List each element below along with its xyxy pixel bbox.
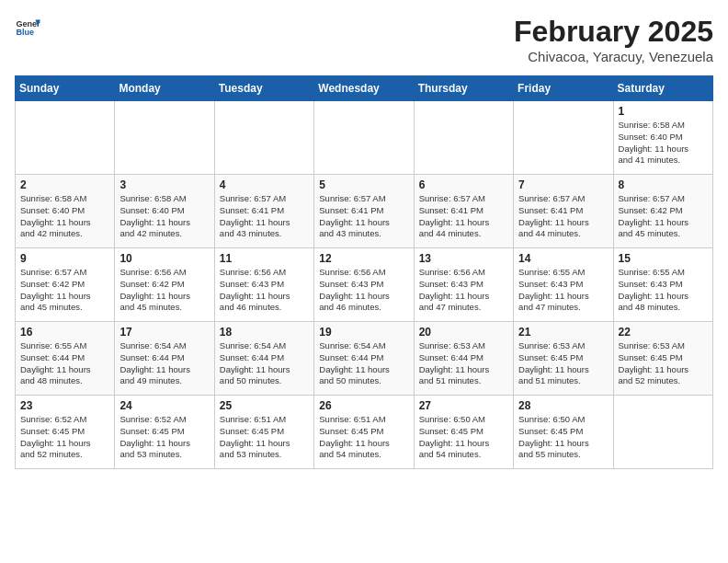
calendar-cell: 12Sunrise: 6:56 AM Sunset: 6:43 PM Dayli… (314, 248, 414, 322)
day-number: 23 (20, 399, 109, 412)
calendar-cell: 24Sunrise: 6:52 AM Sunset: 6:45 PM Dayli… (115, 396, 214, 469)
calendar-cell: 22Sunrise: 6:53 AM Sunset: 6:45 PM Dayli… (613, 322, 712, 396)
calendar-table: SundayMondayTuesdayWednesdayThursdayFrid… (15, 75, 713, 469)
day-info: Sunrise: 6:56 AM Sunset: 6:43 PM Dayligh… (220, 267, 309, 314)
calendar-cell: 20Sunrise: 6:53 AM Sunset: 6:44 PM Dayli… (414, 322, 513, 396)
day-number: 13 (419, 252, 508, 265)
day-number: 8 (619, 178, 708, 191)
day-number: 6 (419, 178, 508, 191)
calendar-week-2: 2Sunrise: 6:58 AM Sunset: 6:40 PM Daylig… (16, 175, 713, 248)
calendar-week-5: 23Sunrise: 6:52 AM Sunset: 6:45 PM Dayli… (16, 396, 713, 469)
calendar-cell: 15Sunrise: 6:55 AM Sunset: 6:43 PM Dayli… (613, 248, 712, 322)
header: General Blue February 2025 Chivacoa, Yar… (15, 15, 713, 64)
calendar-cell: 10Sunrise: 6:56 AM Sunset: 6:42 PM Dayli… (115, 248, 214, 322)
day-number: 27 (419, 399, 508, 412)
day-info: Sunrise: 6:57 AM Sunset: 6:42 PM Dayligh… (619, 193, 708, 240)
calendar-week-3: 9Sunrise: 6:57 AM Sunset: 6:42 PM Daylig… (16, 248, 713, 322)
calendar-cell: 23Sunrise: 6:52 AM Sunset: 6:45 PM Dayli… (16, 396, 115, 469)
day-number: 17 (119, 326, 209, 339)
weekday-header-friday: Friday (514, 76, 613, 101)
calendar-cell: 1Sunrise: 6:58 AM Sunset: 6:40 PM Daylig… (613, 101, 712, 175)
day-info: Sunrise: 6:51 AM Sunset: 6:45 PM Dayligh… (319, 414, 408, 461)
day-info: Sunrise: 6:54 AM Sunset: 6:44 PM Dayligh… (220, 340, 309, 387)
day-info: Sunrise: 6:50 AM Sunset: 6:45 PM Dayligh… (419, 414, 508, 461)
day-number: 25 (220, 399, 309, 412)
day-number: 18 (220, 326, 309, 339)
day-info: Sunrise: 6:56 AM Sunset: 6:42 PM Dayligh… (119, 267, 209, 314)
day-info: Sunrise: 6:56 AM Sunset: 6:43 PM Dayligh… (319, 267, 408, 314)
weekday-header-tuesday: Tuesday (214, 76, 313, 101)
day-info: Sunrise: 6:58 AM Sunset: 6:40 PM Dayligh… (119, 193, 209, 240)
calendar-cell: 8Sunrise: 6:57 AM Sunset: 6:42 PM Daylig… (613, 175, 712, 248)
day-info: Sunrise: 6:53 AM Sunset: 6:45 PM Dayligh… (518, 340, 608, 387)
calendar-subtitle: Chivacoa, Yaracuy, Venezuela (514, 49, 713, 64)
day-info: Sunrise: 6:54 AM Sunset: 6:44 PM Dayligh… (319, 340, 408, 387)
weekday-header-saturday: Saturday (613, 76, 712, 101)
calendar-cell: 19Sunrise: 6:54 AM Sunset: 6:44 PM Dayli… (314, 322, 414, 396)
day-info: Sunrise: 6:57 AM Sunset: 6:41 PM Dayligh… (419, 193, 508, 240)
calendar-week-4: 16Sunrise: 6:55 AM Sunset: 6:44 PM Dayli… (16, 322, 713, 396)
day-number: 4 (220, 178, 309, 191)
day-info: Sunrise: 6:55 AM Sunset: 6:43 PM Dayligh… (619, 267, 708, 314)
calendar-cell: 11Sunrise: 6:56 AM Sunset: 6:43 PM Dayli… (214, 248, 313, 322)
calendar-cell (414, 101, 513, 175)
weekday-header-row: SundayMondayTuesdayWednesdayThursdayFrid… (16, 76, 713, 101)
day-info: Sunrise: 6:56 AM Sunset: 6:43 PM Dayligh… (419, 267, 508, 314)
calendar-cell (214, 101, 313, 175)
calendar-cell (314, 101, 414, 175)
day-number: 15 (619, 252, 708, 265)
calendar-cell: 4Sunrise: 6:57 AM Sunset: 6:41 PM Daylig… (214, 175, 313, 248)
calendar-cell (613, 396, 712, 469)
day-info: Sunrise: 6:53 AM Sunset: 6:45 PM Dayligh… (619, 340, 708, 387)
day-info: Sunrise: 6:52 AM Sunset: 6:45 PM Dayligh… (119, 414, 209, 461)
calendar-cell: 27Sunrise: 6:50 AM Sunset: 6:45 PM Dayli… (414, 396, 513, 469)
day-info: Sunrise: 6:54 AM Sunset: 6:44 PM Dayligh… (119, 340, 209, 387)
logo: General Blue (15, 15, 40, 40)
calendar-title: February 2025 (514, 15, 713, 49)
day-info: Sunrise: 6:53 AM Sunset: 6:44 PM Dayligh… (419, 340, 508, 387)
calendar-cell: 13Sunrise: 6:56 AM Sunset: 6:43 PM Dayli… (414, 248, 513, 322)
calendar-cell: 18Sunrise: 6:54 AM Sunset: 6:44 PM Dayli… (214, 322, 313, 396)
day-number: 3 (119, 178, 209, 191)
day-number: 22 (619, 326, 708, 339)
day-info: Sunrise: 6:57 AM Sunset: 6:41 PM Dayligh… (220, 193, 309, 240)
day-info: Sunrise: 6:52 AM Sunset: 6:45 PM Dayligh… (20, 414, 109, 461)
day-info: Sunrise: 6:57 AM Sunset: 6:41 PM Dayligh… (518, 193, 608, 240)
day-info: Sunrise: 6:55 AM Sunset: 6:43 PM Dayligh… (518, 267, 608, 314)
svg-text:Blue: Blue (16, 28, 34, 37)
calendar-cell (16, 101, 115, 175)
calendar-cell: 3Sunrise: 6:58 AM Sunset: 6:40 PM Daylig… (115, 175, 214, 248)
day-number: 26 (319, 399, 408, 412)
day-number: 11 (220, 252, 309, 265)
calendar-cell: 17Sunrise: 6:54 AM Sunset: 6:44 PM Dayli… (115, 322, 214, 396)
day-number: 21 (518, 326, 608, 339)
weekday-header-monday: Monday (115, 76, 214, 101)
calendar-week-1: 1Sunrise: 6:58 AM Sunset: 6:40 PM Daylig… (16, 101, 713, 175)
day-number: 14 (518, 252, 608, 265)
day-info: Sunrise: 6:51 AM Sunset: 6:45 PM Dayligh… (220, 414, 309, 461)
logo-icon: General Blue (15, 15, 40, 40)
calendar-cell: 6Sunrise: 6:57 AM Sunset: 6:41 PM Daylig… (414, 175, 513, 248)
calendar-cell (514, 101, 613, 175)
day-number: 7 (518, 178, 608, 191)
day-number: 16 (20, 326, 109, 339)
day-info: Sunrise: 6:57 AM Sunset: 6:41 PM Dayligh… (319, 193, 408, 240)
calendar-cell: 21Sunrise: 6:53 AM Sunset: 6:45 PM Dayli… (514, 322, 613, 396)
day-number: 2 (20, 178, 109, 191)
day-number: 5 (319, 178, 408, 191)
calendar-cell: 9Sunrise: 6:57 AM Sunset: 6:42 PM Daylig… (16, 248, 115, 322)
day-info: Sunrise: 6:58 AM Sunset: 6:40 PM Dayligh… (619, 120, 708, 167)
calendar-cell: 5Sunrise: 6:57 AM Sunset: 6:41 PM Daylig… (314, 175, 414, 248)
weekday-header-sunday: Sunday (16, 76, 115, 101)
calendar-cell: 14Sunrise: 6:55 AM Sunset: 6:43 PM Dayli… (514, 248, 613, 322)
day-number: 24 (119, 399, 209, 412)
day-number: 9 (20, 252, 109, 265)
day-number: 12 (319, 252, 408, 265)
day-info: Sunrise: 6:58 AM Sunset: 6:40 PM Dayligh… (20, 193, 109, 240)
day-info: Sunrise: 6:50 AM Sunset: 6:45 PM Dayligh… (518, 414, 608, 461)
calendar-cell: 28Sunrise: 6:50 AM Sunset: 6:45 PM Dayli… (514, 396, 613, 469)
calendar-cell: 16Sunrise: 6:55 AM Sunset: 6:44 PM Dayli… (16, 322, 115, 396)
title-area: February 2025 Chivacoa, Yaracuy, Venezue… (514, 15, 713, 64)
calendar-cell: 2Sunrise: 6:58 AM Sunset: 6:40 PM Daylig… (16, 175, 115, 248)
day-number: 10 (119, 252, 209, 265)
